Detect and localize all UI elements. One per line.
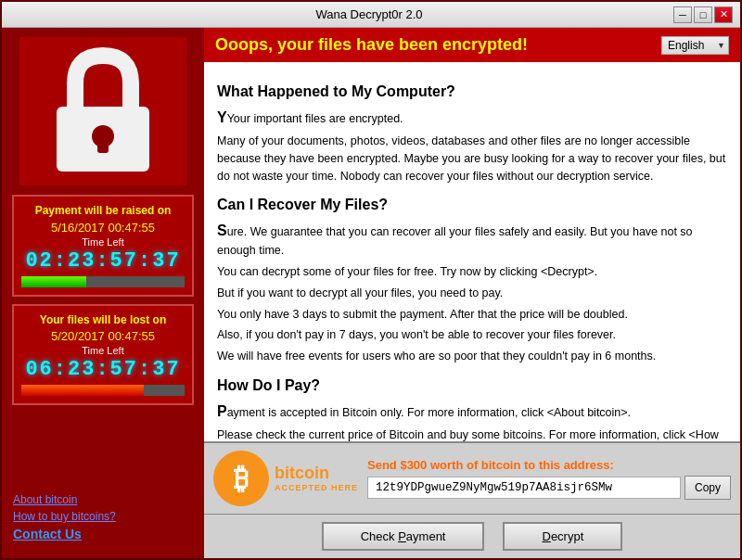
bitcoin-address-row: Copy — [367, 476, 731, 500]
timer1-display: 02:23:57:37 — [21, 249, 185, 273]
close-button[interactable]: ✕ — [714, 6, 733, 23]
main-window: Wana Decrypt0r 2.0 ─ □ ✕ — [0, 0, 742, 560]
timer1-bar-wrap — [21, 276, 185, 287]
language-select[interactable]: English Chinese Spanish French German Ru… — [661, 36, 729, 55]
bitcoin-send-label: Send $300 worth of bitcoin to this addre… — [367, 458, 731, 472]
minimize-button[interactable]: ─ — [673, 6, 692, 23]
timer1-label: Time Left — [21, 236, 185, 248]
left-panel: Payment will be raised on 5/16/2017 00:4… — [2, 28, 204, 558]
section2-p3: But if you want to decrypt all your file… — [217, 285, 727, 302]
content-area[interactable]: What Happened to My Computer? YYour impo… — [204, 62, 740, 441]
section2-p2: You can decrypt some of your files for f… — [217, 263, 727, 281]
section3-p1: Payment is accepted in Bitcoin only. For… — [217, 401, 727, 423]
bitcoin-info: Send $300 worth of bitcoin to this addre… — [367, 458, 731, 500]
section2-p1: Sure. We guarantee that you can recover … — [217, 220, 727, 260]
timer2-label: Time Left — [21, 345, 185, 356]
timer2-date: 5/20/2017 00:47:55 — [21, 329, 185, 343]
lock-icon-area — [19, 37, 186, 185]
section1-p2: Many of your documents, photos, videos, … — [217, 133, 727, 185]
svg-rect-2 — [97, 136, 109, 153]
timer2-bar-wrap — [21, 385, 185, 396]
red-header: Ooops, your files have been encrypted! E… — [204, 28, 740, 62]
bitcoin-accepted-label: ACCEPTED HERE — [275, 483, 358, 492]
how-to-buy-link[interactable]: How to buy bitcoins? — [13, 510, 193, 523]
ooops-text: Ooops, your files have been encrypted! — [215, 35, 528, 55]
timer2-bar-bg — [21, 385, 185, 396]
section2-p5: Also, if you don't pay in 7 days, you wo… — [217, 326, 727, 344]
window-controls: ─ □ ✕ — [673, 6, 733, 23]
title-bar: Wana Decrypt0r 2.0 ─ □ ✕ — [2, 2, 740, 28]
right-panel: Ooops, your files have been encrypted! E… — [204, 28, 740, 558]
section3-p2: Please check the current price of Bitcoi… — [217, 426, 727, 441]
timer1-warning: Payment will be raised on — [21, 204, 185, 219]
copy-button[interactable]: Copy — [684, 476, 731, 500]
bitcoin-address-input[interactable] — [367, 477, 681, 499]
bitcoin-brand-label: bitcoin — [275, 465, 358, 481]
timer2-warning: Your files will be lost on — [21, 313, 185, 328]
contact-us-link[interactable]: Contact Us — [13, 527, 193, 541]
section3-title: How Do I Pay? — [217, 375, 727, 397]
bitcoin-logo-area: ₿ bitcoin ACCEPTED HERE — [213, 451, 358, 506]
lock-icon — [47, 46, 159, 176]
check-payment-button[interactable]: Check Payment — [322, 522, 485, 551]
language-selector-wrap: English Chinese Spanish French German Ru… — [661, 36, 729, 55]
timer1-bar-bg — [21, 276, 185, 287]
section2-title: Can I Recover My Files? — [217, 194, 727, 216]
maximize-button[interactable]: □ — [694, 6, 712, 23]
section1-p1: YYour important files are encrypted. — [217, 107, 727, 129]
main-content: Payment will be raised on 5/16/2017 00:4… — [2, 28, 740, 558]
about-bitcoin-link[interactable]: About bitcoin — [13, 493, 193, 506]
timer-box-1: Payment will be raised on 5/16/2017 00:4… — [12, 195, 194, 297]
bitcoin-logo: ₿ — [213, 451, 269, 506]
section2-p6: We will have free events for users who a… — [217, 348, 727, 365]
window-title: Wana Decrypt0r 2.0 — [65, 7, 673, 21]
bottom-buttons: Check Payment Decrypt — [204, 514, 740, 558]
timer2-bar-fill — [21, 385, 144, 396]
bitcoin-section: ₿ bitcoin ACCEPTED HERE Send $300 worth … — [204, 441, 740, 514]
decrypt-button[interactable]: Decrypt — [503, 522, 622, 551]
links-area: About bitcoin How to buy bitcoins? Conta… — [11, 490, 195, 549]
timer2-display: 06:23:57:37 — [21, 358, 185, 381]
timer1-bar-fill — [21, 276, 86, 287]
timer-box-2: Your files will be lost on 5/20/2017 00:… — [12, 304, 194, 406]
section1-title: What Happened to My Computer? — [217, 81, 727, 103]
section2-p4: You only have 3 days to submit the payme… — [217, 306, 727, 324]
timer1-date: 5/16/2017 00:47:55 — [21, 221, 185, 235]
